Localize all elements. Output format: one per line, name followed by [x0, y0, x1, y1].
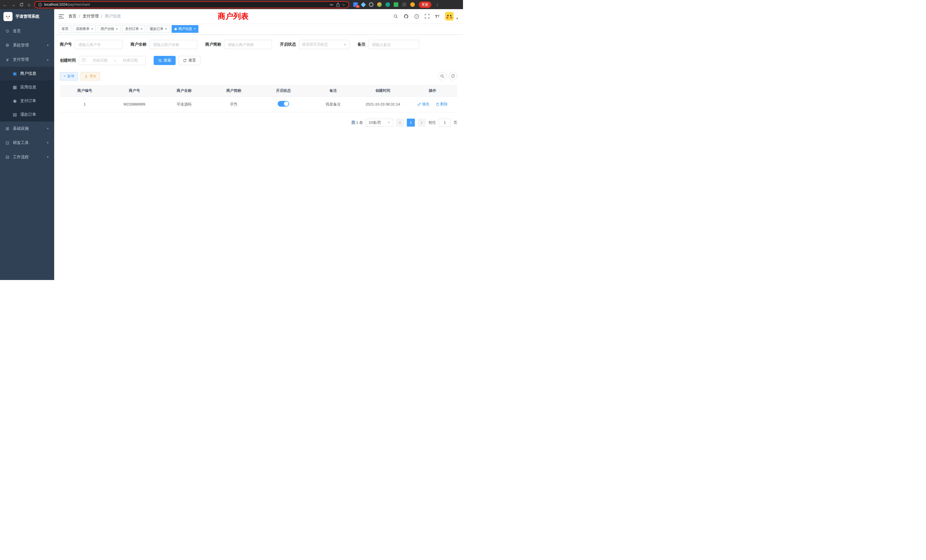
- pagination: 共 1 条 10条/页 ▼ ‹ 1 › 前往 页: [60, 119, 457, 127]
- reset-button[interactable]: 重置: [179, 56, 200, 65]
- search-icon[interactable]: [393, 14, 398, 18]
- sidebar-item-refund-order[interactable]: ▤ 退款订单: [0, 108, 54, 121]
- delete-link[interactable]: 删除: [436, 101, 448, 107]
- gear-icon: ⚙: [5, 43, 10, 48]
- cell-merchant-no: M233666999: [109, 96, 159, 112]
- fullscreen-icon[interactable]: [425, 14, 429, 18]
- user-menu-caret-icon[interactable]: ▼: [456, 17, 458, 20]
- tab-merchant-info[interactable]: 商户信息 ×: [172, 25, 198, 33]
- merchant-table: 商户编号 商户号 商户全称 商户简称 开启状态 备注 创建时间 操作 1 M23…: [60, 85, 457, 112]
- password-key-icon[interactable]: [330, 3, 334, 7]
- sidebar-item-merchant-info[interactable]: ▣ 商户信息: [0, 67, 54, 80]
- close-icon[interactable]: ×: [141, 27, 142, 30]
- extension-icon-3[interactable]: [369, 2, 374, 7]
- breadcrumb-item-home[interactable]: 首页: [68, 14, 76, 19]
- back-icon[interactable]: ←: [3, 3, 7, 7]
- export-button[interactable]: 导出: [81, 72, 100, 80]
- extension-icon-7[interactable]: [402, 2, 407, 7]
- status-toggle[interactable]: [278, 101, 289, 107]
- bookmark-star-icon[interactable]: ☆: [342, 3, 345, 7]
- tab-label: 用户分组: [100, 27, 114, 31]
- browser-toolbar: ← → ⌂ localhost:1024/pay/merchant ☆ 10 更…: [0, 0, 463, 9]
- profile-avatar-icon[interactable]: [410, 2, 415, 7]
- create-time-range-picker[interactable]: 开始日期 - 结束日期: [79, 56, 146, 65]
- sidebar-item-pay-order[interactable]: ◉ 支付订单: [0, 94, 54, 108]
- app-logo[interactable]: 芋道管理系统: [0, 9, 54, 24]
- tab-user-group[interactable]: 用户分组 ×: [97, 25, 120, 33]
- hamburger-icon[interactable]: [59, 14, 64, 18]
- app-grid-icon: ▦: [12, 85, 17, 90]
- filter-create-time: 创建时间 开始日期 - 结束日期: [60, 56, 146, 65]
- col-merchant-no: 商户号: [109, 85, 159, 96]
- close-icon[interactable]: ×: [91, 27, 93, 30]
- status-select[interactable]: 请选择开启状态 ▼: [299, 40, 350, 49]
- full-name-input[interactable]: [150, 40, 197, 49]
- close-icon[interactable]: ×: [116, 27, 118, 30]
- tab-label: 商户信息: [179, 27, 192, 31]
- sidebar-item-workflow[interactable]: ⊟ 工作流程 ▼: [0, 150, 54, 164]
- select-placeholder: 请选择开启状态: [302, 42, 328, 47]
- sidebar-item-label: 系统管理: [13, 43, 29, 48]
- sidebar: 芋道管理系统 ⊙ 首页 ⚙ 系统管理 ▼ ¥ 支付管理 ▲ ▣ 商户信息 ▦ 应…: [0, 9, 54, 280]
- table-header-row: 商户编号 商户号 商户全称 商户简称 开启状态 备注 创建时间 操作: [60, 85, 457, 96]
- sidebar-item-payment[interactable]: ¥ 支付管理 ▲: [0, 53, 54, 67]
- top-navbar: 首页 / 支付管理 / 商户信息 商户列表 ? TT ▼: [54, 9, 463, 23]
- tab-process-form[interactable]: 流程表单 ×: [73, 25, 96, 33]
- help-icon[interactable]: ?: [414, 14, 419, 19]
- active-dot-icon: [174, 28, 177, 30]
- user-avatar[interactable]: [445, 12, 454, 21]
- home-icon[interactable]: ⌂: [28, 3, 30, 7]
- payment-submenu: ▣ 商户信息 ▦ 应用信息 ◉ 支付订单 ▤ 退款订单: [0, 67, 54, 121]
- chrome-update-button[interactable]: 更新: [419, 2, 431, 8]
- breadcrumb-item-payment[interactable]: 支付管理: [83, 14, 98, 19]
- extension-icon-5[interactable]: [386, 2, 390, 7]
- forward-icon[interactable]: →: [11, 3, 15, 7]
- add-button[interactable]: + 新增: [60, 72, 78, 80]
- sidebar-item-system[interactable]: ⚙ 系统管理 ▼: [0, 38, 54, 53]
- page-content: 商户号 商户全称 商户简称 开启状态 请选择开启状态 ▼ 备注: [54, 35, 463, 280]
- sidebar-item-devtools[interactable]: ⊡ 研发工具 ▼: [0, 136, 54, 150]
- address-bar[interactable]: localhost:1024/pay/merchant ☆: [34, 1, 349, 8]
- page-number-button[interactable]: 1: [407, 119, 415, 127]
- extension-icon-6[interactable]: [394, 2, 398, 7]
- tab-refund-order[interactable]: 退款订单 ×: [147, 25, 169, 33]
- toolbox-icon: ⊡: [5, 140, 10, 145]
- extension-icon-1[interactable]: 10: [353, 2, 358, 7]
- tab-label: 流程表单: [76, 27, 89, 31]
- goto-page-input[interactable]: [439, 119, 451, 127]
- sidebar-item-label: 支付订单: [20, 98, 36, 103]
- close-icon[interactable]: ×: [194, 27, 195, 30]
- sidebar-item-label: 商户信息: [20, 71, 36, 76]
- delete-link-label: 删除: [440, 101, 448, 107]
- font-size-icon[interactable]: TT: [435, 14, 439, 19]
- chevron-down-icon: ▼: [47, 127, 49, 130]
- cell-merchant-id: 1: [60, 96, 109, 112]
- github-icon[interactable]: [404, 14, 409, 19]
- prev-page-button[interactable]: ‹: [396, 119, 404, 127]
- tab-pay-order[interactable]: 支付订单 ×: [122, 25, 145, 33]
- remark-input[interactable]: [368, 40, 419, 49]
- search-button[interactable]: 搜索: [154, 56, 176, 65]
- reload-icon[interactable]: [20, 3, 24, 7]
- sidebar-item-app-info[interactable]: ▦ 应用信息: [0, 80, 54, 94]
- next-page-button[interactable]: ›: [418, 119, 426, 127]
- extension-icon-2[interactable]: [361, 2, 366, 7]
- page-size-select[interactable]: 10条/页 ▼: [366, 119, 393, 127]
- col-merchant-id: 商户编号: [60, 85, 109, 96]
- short-name-input[interactable]: [224, 40, 272, 49]
- browser-menu-icon[interactable]: ⋮: [435, 2, 439, 7]
- filter-label: 商户简称: [205, 42, 221, 47]
- tab-home[interactable]: 首页: [59, 25, 71, 33]
- close-icon[interactable]: ×: [165, 27, 167, 30]
- sidebar-item-infrastructure[interactable]: ⊞ 基础设施 ▼: [0, 121, 54, 136]
- edit-link[interactable]: 修改: [418, 101, 429, 107]
- hide-search-icon[interactable]: [438, 72, 446, 80]
- cell-short-name: 芋艿: [209, 96, 259, 112]
- share-icon[interactable]: [336, 3, 340, 7]
- extension-icon-4[interactable]: [377, 2, 382, 7]
- site-info-icon[interactable]: [38, 3, 42, 6]
- merchant-no-input[interactable]: [75, 40, 123, 49]
- sidebar-item-home[interactable]: ⊙ 首页: [0, 24, 54, 38]
- total-text: 共 1 条: [351, 120, 363, 125]
- refresh-table-icon[interactable]: [449, 72, 457, 80]
